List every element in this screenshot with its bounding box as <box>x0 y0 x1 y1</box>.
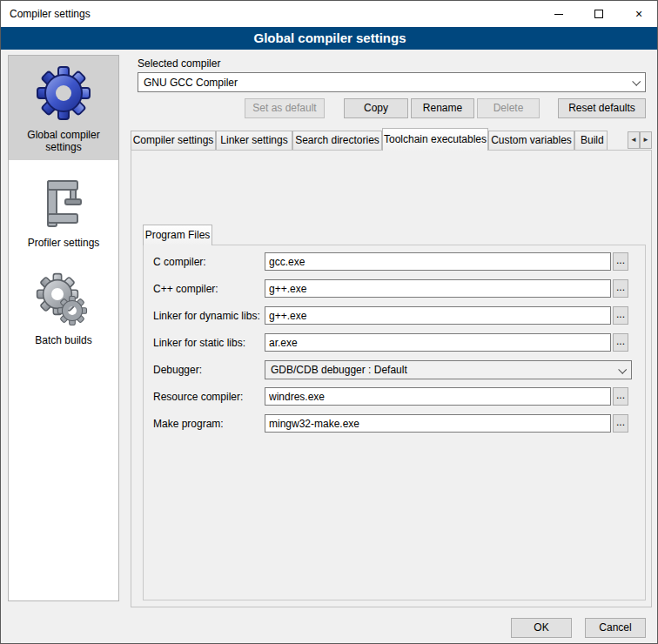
make-program-input[interactable] <box>265 414 611 433</box>
tab-scroll-right-button[interactable]: ► <box>640 131 652 149</box>
c-compiler-label: C compiler: <box>153 256 206 268</box>
minimize-icon <box>554 14 563 15</box>
ok-button[interactable]: OK <box>511 618 572 638</box>
c-compiler-input[interactable] <box>265 252 611 271</box>
cancel-button[interactable]: Cancel <box>585 618 646 638</box>
settings-category-list: Global compiler settings Profiler settin… <box>8 55 119 601</box>
resource-compiler-label: Resource compiler: <box>153 391 243 403</box>
blue-gear-icon <box>35 63 92 124</box>
cpp-compiler-browse-button[interactable]: ... <box>613 279 628 298</box>
copy-button[interactable]: Copy <box>344 98 408 118</box>
delete-button[interactable]: Delete <box>477 98 540 118</box>
debugger-dropdown[interactable]: GDB/CDB debugger : Default <box>265 360 632 379</box>
titlebar: Compiler settings × <box>1 1 658 27</box>
sidebar-item-global-compiler-settings[interactable]: Global compiler settings <box>9 56 118 160</box>
tab-custom-variables[interactable]: Custom variables <box>488 131 574 150</box>
sidebar-item-profiler-settings[interactable]: Profiler settings <box>9 169 118 256</box>
tab-scroll-left-button[interactable]: ◄ <box>628 131 640 149</box>
close-icon: × <box>635 8 642 20</box>
tab-search-directories[interactable]: Search directories <box>292 131 382 150</box>
dynamic-linker-input[interactable] <box>265 306 611 325</box>
debugger-value: GDB/CDB debugger : Default <box>271 364 407 376</box>
sidebar-item-label: Profiler settings <box>28 237 100 249</box>
left-arrow-icon: ◄ <box>630 136 637 144</box>
page-title: Global compiler settings <box>1 27 658 50</box>
c-compiler-browse-button[interactable]: ... <box>613 252 628 271</box>
sidebar-item-batch-builds[interactable]: Batch builds <box>9 265 118 353</box>
static-linker-label: Linker for static libs: <box>153 337 245 349</box>
gray-gears-icon <box>35 272 92 329</box>
subtab-program-files[interactable]: Program Files <box>143 225 212 245</box>
selected-compiler-dropdown[interactable]: GNU GCC Compiler <box>138 72 646 92</box>
debugger-label: Debugger: <box>153 364 202 376</box>
make-program-label: Make program: <box>153 418 224 430</box>
chevron-down-icon <box>618 366 627 374</box>
resource-compiler-input[interactable] <box>265 387 611 406</box>
cpp-compiler-input[interactable] <box>265 279 611 298</box>
clamp-tool-icon <box>36 176 91 231</box>
dynamic-linker-label: Linker for dynamic libs: <box>153 310 260 322</box>
tab-linker-settings[interactable]: Linker settings <box>216 131 292 150</box>
minimize-button[interactable] <box>539 1 579 27</box>
selected-compiler-label: Selected compiler <box>138 57 220 70</box>
maximize-icon <box>594 10 603 18</box>
resource-compiler-browse-button[interactable]: ... <box>613 387 628 406</box>
rename-button[interactable]: Rename <box>411 98 474 118</box>
window-title: Compiler settings <box>10 8 91 20</box>
static-linker-input[interactable] <box>265 333 611 352</box>
sidebar-item-label: Global compiler settings <box>10 129 117 153</box>
chevron-down-icon <box>632 77 641 86</box>
close-button[interactable]: × <box>619 1 658 27</box>
set-as-default-button[interactable]: Set as default <box>245 98 325 118</box>
static-linker-browse-button[interactable]: ... <box>613 333 628 352</box>
sidebar-item-label: Batch builds <box>35 334 91 346</box>
dynamic-linker-browse-button[interactable]: ... <box>613 306 628 325</box>
caption-buttons: × <box>539 1 658 27</box>
right-arrow-icon: ► <box>642 136 649 144</box>
make-program-browse-button[interactable]: ... <box>613 414 628 433</box>
selected-compiler-value: GNU GCC Compiler <box>144 77 238 89</box>
tab-toolchain-executables[interactable]: Toolchain executables <box>382 128 488 151</box>
reset-defaults-button[interactable]: Reset defaults <box>558 98 646 118</box>
tab-build-options[interactable]: Build options <box>574 131 608 150</box>
maximize-button[interactable] <box>579 1 619 27</box>
tab-compiler-settings[interactable]: Compiler settings <box>131 131 216 150</box>
compiler-settings-dialog: Compiler settings × Global compiler sett… <box>0 0 658 644</box>
cpp-compiler-label: C++ compiler: <box>153 283 218 295</box>
